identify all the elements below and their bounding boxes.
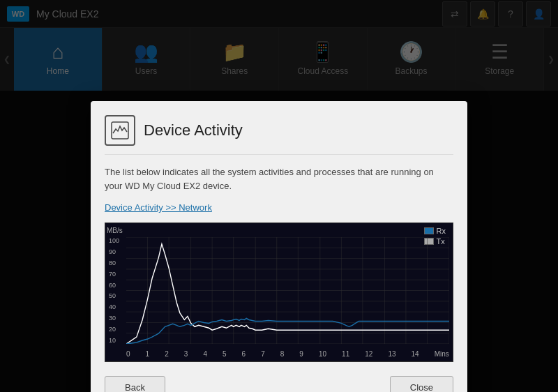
x-tick-1: 1 bbox=[146, 350, 150, 358]
x-tick-4: 4 bbox=[203, 350, 207, 358]
device-activity-icon bbox=[105, 115, 135, 146]
y-tick-80: 80 bbox=[109, 259, 119, 266]
y-tick-50: 50 bbox=[109, 292, 119, 299]
close-button[interactable]: Close bbox=[390, 376, 453, 392]
x-unit-label: Mins bbox=[435, 350, 449, 358]
y-tick-20: 20 bbox=[109, 326, 119, 333]
device-activity-modal: Device Activity The list below indicates… bbox=[91, 101, 467, 392]
rx-line bbox=[126, 244, 449, 344]
legend-rx-label: Rx bbox=[437, 227, 446, 235]
network-chart: MB/s Rx Tx 100 90 80 70 60 50 40 30 20 1… bbox=[105, 223, 453, 362]
x-tick-2: 2 bbox=[165, 350, 169, 358]
tx-line bbox=[126, 318, 449, 344]
legend-rx-color bbox=[424, 227, 434, 234]
x-tick-13: 13 bbox=[388, 350, 395, 358]
y-tick-10: 10 bbox=[109, 337, 119, 344]
x-tick-10: 10 bbox=[319, 350, 326, 358]
modal-description: The list below indicates all the system … bbox=[105, 165, 453, 193]
y-tick-70: 70 bbox=[109, 271, 119, 278]
x-tick-7: 7 bbox=[261, 350, 265, 358]
x-tick-14: 14 bbox=[412, 350, 419, 358]
x-axis-labels: 0 1 2 3 4 5 6 7 8 9 10 11 12 13 14 Mins bbox=[126, 350, 449, 358]
y-tick-60: 60 bbox=[109, 282, 119, 289]
x-tick-8: 8 bbox=[280, 350, 285, 358]
x-tick-3: 3 bbox=[184, 350, 188, 358]
chart-svg-area bbox=[126, 237, 449, 344]
y-tick-100: 100 bbox=[109, 237, 119, 244]
back-button[interactable]: Back bbox=[105, 376, 165, 392]
modal-footer: Back Close bbox=[105, 372, 453, 392]
x-tick-9: 9 bbox=[299, 350, 303, 358]
x-tick-11: 11 bbox=[342, 350, 349, 358]
y-tick-90: 90 bbox=[109, 248, 119, 255]
device-activity-network-link[interactable]: Device Activity >> Network bbox=[105, 202, 212, 213]
y-tick-30: 30 bbox=[109, 315, 119, 322]
y-axis-label: MB/s bbox=[107, 227, 123, 234]
legend-rx: Rx bbox=[424, 227, 446, 235]
x-tick-6: 6 bbox=[242, 350, 246, 358]
x-tick-0: 0 bbox=[126, 350, 130, 358]
modal-title: Device Activity bbox=[144, 121, 243, 140]
x-tick-12: 12 bbox=[365, 350, 372, 358]
x-tick-5: 5 bbox=[223, 350, 227, 358]
modal-header: Device Activity bbox=[105, 115, 453, 155]
y-tick-40: 40 bbox=[109, 303, 119, 310]
